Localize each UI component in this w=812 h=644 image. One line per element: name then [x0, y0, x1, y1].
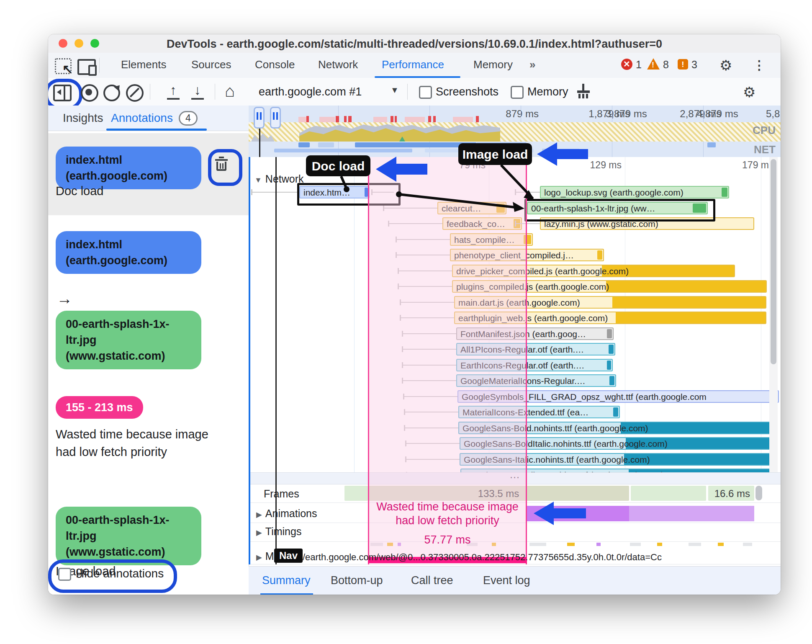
frame-duration-2: 16.6 ms: [708, 488, 750, 500]
tab-performance[interactable]: Performance: [382, 58, 444, 71]
capture-settings-gear-icon[interactable]: ⚙: [743, 84, 755, 100]
screenshot-stage: DevTools - earth.google.com/static/multi…: [0, 0, 812, 644]
memory-checkbox[interactable]: [511, 86, 524, 99]
main-activity-dash: [529, 543, 546, 546]
collapse-triangle-icon[interactable]: ▼: [254, 176, 262, 184]
history-select[interactable]: earth.google.com #1: [259, 85, 362, 98]
cursor-arrow-icon: ↖: [62, 62, 73, 76]
animations-track-label[interactable]: ▶Animations: [256, 507, 317, 520]
annotations-count-badge: 4: [179, 111, 198, 126]
more-tabs-icon[interactable]: »: [529, 58, 535, 71]
macos-titlebar: DevTools - earth.google.com/static/multi…: [48, 34, 781, 53]
activity-mark-pink: [453, 117, 473, 123]
main-activity-dash: [567, 543, 575, 546]
annotation-label-doc-load: Doc load: [56, 184, 103, 198]
annotation-pill-splash-jpg-2[interactable]: 00-earth-splash-1x-ltr.jpg (www.gstatic.…: [56, 507, 201, 565]
clear-recording-icon[interactable]: [126, 84, 144, 102]
link-arrow-icon: →: [57, 290, 72, 308]
reload-record-icon[interactable]: [103, 85, 120, 101]
screenshots-checkbox[interactable]: [419, 86, 432, 99]
divider: [99, 58, 100, 73]
network-track-header[interactable]: ▼Network: [254, 173, 304, 185]
upload-profile-icon[interactable]: ↑: [166, 84, 180, 100]
inspect-element-icon[interactable]: ↖: [55, 58, 72, 74]
tab-memory[interactable]: Memory: [473, 58, 513, 71]
sidebar-tabs: Insights Annotations 4: [48, 106, 249, 131]
waterfall-scrollbar-thumb[interactable]: [771, 159, 776, 364]
main-track-url: https://earth.google.com/web/@0...0.3733…: [278, 552, 767, 563]
issues-count: 3: [691, 59, 697, 71]
network-track-label: Network: [265, 173, 304, 185]
time-label-179ms: 179 m: [742, 160, 769, 171]
tab-elements[interactable]: Elements: [121, 58, 166, 71]
tab-summary[interactable]: Summary: [262, 574, 311, 587]
main-activity-dash: [718, 543, 724, 546]
animation-segment[interactable]: [629, 506, 754, 521]
activity-mark-pink: [319, 117, 335, 123]
tab-event-log[interactable]: Event log: [483, 574, 530, 587]
frame-segment[interactable]: [344, 486, 368, 501]
issues-badge-icon[interactable]: !: [678, 59, 688, 70]
tab-bottom-up[interactable]: Bottom-up: [331, 574, 383, 587]
active-details-tab-underline: [260, 593, 313, 595]
overview-ruler-5879: 5,8: [766, 108, 780, 120]
chart-left-border: [249, 157, 250, 564]
memory-label: Memory: [527, 85, 568, 98]
animation-segment[interactable]: [527, 506, 629, 521]
overview-window-handle-left[interactable]: [254, 107, 265, 129]
performance-toolbar: ↑ ↓ ⌂ earth.google.com #1 ▼ Screenshots …: [48, 78, 781, 106]
overview-ruler-879: 879 ms: [506, 108, 539, 120]
annotation-circle-trash: [208, 149, 242, 186]
download-profile-icon[interactable]: ↓: [190, 84, 205, 100]
overview-window-handle-right[interactable]: [270, 107, 281, 129]
annotation-circle-sidebar-toggle: [48, 79, 82, 110]
tab-annotations[interactable]: Annotations: [111, 111, 173, 125]
error-count: 1: [636, 59, 642, 71]
net-label: NET: [754, 143, 776, 156]
timings-label-text: Timings: [265, 526, 302, 537]
device-toolbar-icon[interactable]: [77, 59, 96, 75]
settings-gear-icon[interactable]: ⚙: [719, 57, 732, 74]
annotation-pill-index-html-2[interactable]: index.html (earth.google.com): [56, 231, 201, 274]
tab-network[interactable]: Network: [318, 58, 358, 71]
divider: [407, 84, 408, 100]
playhead-line: [275, 157, 277, 564]
animations-label-text: Animations: [265, 507, 317, 519]
main-activity-dash: [743, 543, 752, 546]
time-label-129ms: 129 ms: [590, 160, 622, 171]
overview-cpu-strip: [249, 122, 781, 142]
frames-track-label[interactable]: Frames: [264, 488, 299, 500]
active-sidebar-tab-underline: [106, 129, 207, 131]
minimap-segment: [274, 149, 412, 152]
doc-load-tooltip: Doc load: [306, 155, 370, 176]
timings-track-label[interactable]: ▶Timings: [256, 526, 301, 538]
tab-insights[interactable]: Insights: [63, 111, 103, 125]
tab-sources[interactable]: Sources: [191, 58, 231, 71]
devtools-window: DevTools - earth.google.com/static/multi…: [48, 34, 781, 595]
window-title: DevTools - earth.google.com/static/multi…: [48, 38, 781, 51]
kebab-menu-icon[interactable]: ⋮: [753, 58, 766, 72]
net-activity-segment: [707, 142, 716, 147]
annotations-sidebar: Insights Annotations 4 index.html (earth…: [48, 106, 249, 595]
image-load-tooltip: Image load: [458, 143, 532, 165]
record-icon[interactable]: [81, 84, 98, 102]
nav-annotation-chip: Nav: [274, 549, 303, 563]
annotation-pill-index-html[interactable]: index.html (earth.google.com): [56, 147, 201, 189]
annotation-circle-hide-annotations: [48, 559, 177, 593]
main-activity-dash: [630, 543, 641, 546]
warning-badge-icon[interactable]: !: [647, 58, 660, 70]
warning-count: 8: [663, 59, 669, 71]
annotation-pill-time-range[interactable]: 155 - 213 ms: [56, 396, 143, 419]
annotation-label-wasted-time: Wasted time because image had low fetch …: [56, 425, 219, 461]
garbage-collect-icon[interactable]: [576, 84, 591, 99]
annotation-pill-splash-jpg[interactable]: 00-earth-splash-1x-ltr.jpg (www.gstatic.…: [56, 311, 201, 369]
chevron-down-icon[interactable]: ▼: [391, 85, 399, 95]
main-activity-dash: [689, 543, 701, 546]
frames-scrollbar-thumb[interactable]: [755, 486, 762, 500]
tab-console[interactable]: Console: [255, 58, 295, 71]
error-badge-icon[interactable]: ✕: [621, 59, 632, 70]
home-icon[interactable]: ⌂: [225, 84, 235, 98]
frame-segment[interactable]: [631, 486, 706, 501]
activity-mark-pink: [373, 117, 387, 123]
tab-call-tree[interactable]: Call tree: [411, 574, 453, 587]
